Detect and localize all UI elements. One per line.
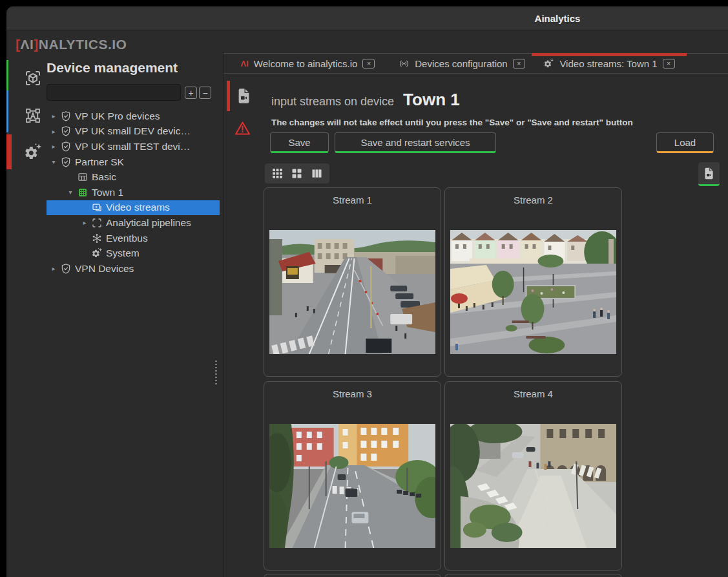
- shield-check-icon: [60, 263, 72, 275]
- file-video-icon: [702, 167, 716, 180]
- sidebar-item-devices[interactable]: [23, 68, 43, 88]
- tree-item-town-1[interactable]: ▾ Town 1: [47, 185, 220, 200]
- camera-scene: [269, 424, 435, 548]
- tree-item-eventbus[interactable]: Eventbus: [47, 231, 220, 246]
- stream-card: Stream 4: [444, 381, 622, 571]
- caret-right-icon[interactable]: ▸: [49, 143, 58, 150]
- page-subtitle: input streams on device: [271, 95, 394, 109]
- stream-card-partial: [444, 574, 622, 577]
- cube-scan-icon: [23, 68, 43, 88]
- caret-down-icon[interactable]: ▾: [49, 158, 58, 165]
- page-title: input streams on device Town 1: [271, 90, 460, 110]
- stream-thumbnail[interactable]: [450, 230, 616, 354]
- tree-item-basic[interactable]: Basic: [47, 169, 220, 185]
- save-button[interactable]: Save: [270, 132, 329, 153]
- tree-item-vp-uk-small-test-devices[interactable]: ▸ VP UK small TEST devi…: [47, 139, 220, 154]
- stream-thumbnail[interactable]: [269, 424, 435, 548]
- tree-item-label: VP UK small DEV devic…: [75, 125, 191, 137]
- save-and-restart-button[interactable]: Save and restart services: [335, 132, 496, 153]
- caret-right-icon[interactable]: ▸: [49, 112, 58, 120]
- camera-scene: [450, 230, 616, 354]
- expand-all-button[interactable]: +: [185, 87, 197, 99]
- close-icon[interactable]: ×: [513, 59, 525, 68]
- stream-card: Stream 2: [444, 187, 622, 377]
- device-name: Town 1: [403, 90, 460, 110]
- stream-title: Stream 2: [445, 194, 621, 205]
- search-input[interactable]: [47, 84, 181, 101]
- rail-indicator-green: [6, 60, 8, 90]
- app-window: Ainalytics [ΛI]NALYTICS.IO Device manage…: [6, 6, 728, 577]
- warning-triangle-icon: [234, 120, 251, 137]
- device-grid-icon: [77, 171, 88, 183]
- caret-right-icon[interactable]: ▸: [80, 219, 89, 226]
- rail-indicator-red: [6, 134, 12, 169]
- stream-card: Stream 3: [264, 381, 441, 571]
- close-icon[interactable]: ×: [362, 59, 375, 68]
- tree-item-system[interactable]: System: [47, 246, 220, 261]
- stream-thumbnail[interactable]: [450, 424, 616, 548]
- panel-title: Device management: [47, 60, 178, 76]
- pipelines-icon: [91, 217, 103, 229]
- window-title: Ainalytics: [519, 6, 596, 30]
- stream-title: Stream 3: [264, 388, 441, 399]
- section-accent-bar: [227, 81, 230, 111]
- export-config-button[interactable]: [698, 162, 720, 186]
- tab-label: Welcome to ainalytics.io: [254, 58, 358, 69]
- grid-medium-view-button[interactable]: [289, 166, 305, 182]
- logo-text: NALYTICS.IO: [39, 37, 127, 52]
- tree-item-video-streams[interactable]: Video streams: [47, 200, 220, 216]
- tab-bar: ΛI Welcome to ainalytics.io × Devices co…: [224, 53, 728, 74]
- stream-title: Stream 1: [264, 194, 441, 205]
- logo-bracket-left: [: [16, 37, 21, 52]
- sidebar-item-settings[interactable]: [23, 143, 43, 162]
- device-grid-green-icon: [77, 187, 88, 198]
- tab-welcome[interactable]: ΛI Welcome to ainalytics.io ×: [224, 54, 392, 73]
- tree-item-label: VP UK small TEST devi…: [75, 141, 190, 152]
- app-logo: [ΛI]NALYTICS.IO: [16, 37, 127, 52]
- caret-right-icon[interactable]: ▸: [49, 265, 58, 272]
- tree-item-label: Town 1: [92, 187, 123, 198]
- shield-check-icon: [60, 156, 72, 168]
- sidebar-item-annotations[interactable]: [23, 106, 43, 125]
- stream-card: Stream 1: [264, 187, 441, 377]
- gear-sparkle-icon: [23, 143, 43, 162]
- eventbus-icon: [91, 233, 103, 244]
- grid-small-view-button[interactable]: [269, 166, 285, 182]
- layout-toggle-group: [265, 163, 329, 184]
- tree-item-vpn-devices[interactable]: ▸ VPN Devices: [47, 261, 220, 277]
- tree-item-label: Analytical pipelines: [106, 217, 191, 229]
- logo-bracket-right: ]: [34, 37, 39, 52]
- ai-logo-icon: ΛI: [241, 59, 249, 68]
- tree-item-analytical-pipelines[interactable]: ▸ Analytical pipelines: [47, 215, 220, 231]
- shield-check-icon: [60, 141, 72, 152]
- close-icon[interactable]: ×: [663, 59, 675, 68]
- column-view-button[interactable]: [309, 166, 325, 182]
- tree-item-vp-uk-pro-devices[interactable]: ▸ VP UK Pro devices: [47, 109, 220, 124]
- tab-devices-configuration[interactable]: Devices configuration ×: [392, 54, 532, 73]
- broadcast-icon: [399, 58, 410, 69]
- shield-check-icon: [60, 110, 72, 122]
- tree-item-vp-uk-small-dev-devices[interactable]: ▸ VP UK small DEV devic…: [47, 124, 220, 140]
- grid-small-icon: [271, 167, 284, 180]
- camera-scene: [269, 230, 435, 354]
- caret-right-icon[interactable]: ▸: [49, 128, 58, 135]
- tree-item-partner-sk[interactable]: ▾ Partner SK: [47, 154, 220, 170]
- tree-item-label: VPN Devices: [75, 263, 134, 275]
- gear-icon: [91, 247, 103, 259]
- tree-item-label: Video streams: [106, 202, 170, 213]
- annotation-frame-icon: [23, 106, 43, 125]
- tab-video-streams-town-1[interactable]: Video streams: Town 1 ×: [532, 54, 687, 73]
- collapse-all-button[interactable]: −: [199, 87, 211, 99]
- stream-thumbnail[interactable]: [269, 230, 435, 354]
- tree-item-label: Basic: [92, 171, 116, 183]
- grid-medium-icon: [290, 167, 304, 180]
- panel-resize-handle[interactable]: [215, 361, 217, 385]
- stream-card-partial: [264, 574, 441, 577]
- shield-check-icon: [60, 125, 72, 137]
- tree-item-label: Partner SK: [75, 156, 124, 168]
- caret-down-icon[interactable]: ▾: [66, 189, 75, 196]
- file-video-icon: [235, 87, 253, 105]
- gear-icon: [543, 58, 554, 69]
- stream-title: Stream 4: [445, 388, 621, 399]
- load-button[interactable]: Load: [656, 132, 714, 153]
